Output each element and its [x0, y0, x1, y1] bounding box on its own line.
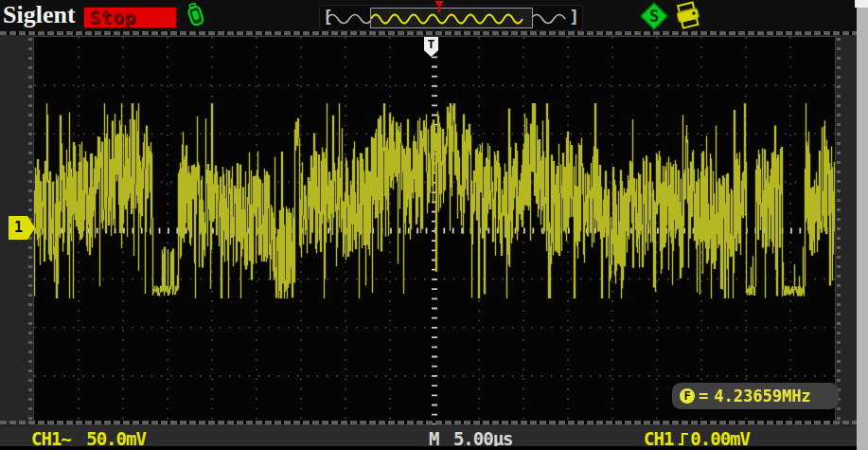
printer-icon[interactable] [672, 1, 704, 35]
right-bracket: ] [569, 7, 579, 27]
trigger-position-tick [438, 7, 440, 12]
run-state-label: Stop [89, 7, 136, 27]
timebase-zoom-window[interactable] [370, 8, 533, 28]
frequency-equals: = [699, 387, 708, 405]
window-wave-icon [371, 9, 530, 27]
graticule [33, 36, 836, 425]
frequency-counter-readout: F = 4.23659MHz [672, 383, 839, 409]
svg-text:S: S [649, 7, 659, 26]
run-state-badge[interactable]: Stop [83, 7, 177, 28]
oscilloscope-screen: Siglent Stop [ ] [0, 0, 868, 450]
frame-bottom-strip [0, 446, 868, 450]
top-status-bar: Siglent Stop [ ] [0, 0, 868, 31]
frequency-value: 4.23659MHz [714, 387, 810, 405]
rising-edge-icon [678, 430, 689, 447]
frequency-counter-icon: F [680, 388, 695, 404]
left-bracket: [ [323, 7, 333, 27]
frame-right-corner [855, 0, 868, 8]
frame-ticks-right [837, 38, 841, 421]
channel-marker-label: 1 [14, 219, 23, 236]
display-area [0, 35, 868, 427]
frame-ticks-bottom [0, 421, 868, 424]
siglent-s-logo-icon: S [640, 2, 668, 34]
usb-device-icon [183, 2, 209, 34]
channel1-trace [34, 37, 835, 424]
brand-logo: Siglent [3, 1, 76, 29]
frame-right-strip [857, 0, 868, 450]
trigger-marker-label: T [428, 37, 435, 51]
timebase-window-widget[interactable]: [ ] [319, 5, 583, 31]
